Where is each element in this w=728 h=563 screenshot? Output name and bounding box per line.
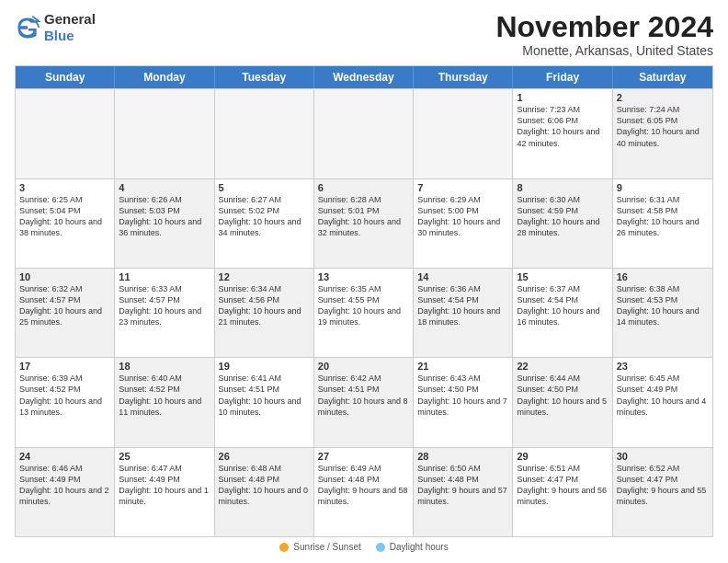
calendar-cell-28: 28Sunrise: 6:50 AM Sunset: 4:48 PM Dayli… [414, 448, 513, 536]
day-number: 16 [617, 271, 709, 282]
calendar-cell-empty-3 [314, 89, 414, 178]
day-info: Sunrise: 6:39 AM Sunset: 4:52 PM Dayligh… [19, 373, 110, 418]
day-info: Sunrise: 6:40 AM Sunset: 4:52 PM Dayligh… [119, 373, 210, 418]
calendar-header-row: SundayMondayTuesdayWednesdayThursdayFrid… [16, 66, 712, 88]
day-info: Sunrise: 6:45 AM Sunset: 4:49 PM Dayligh… [617, 373, 709, 418]
calendar-body: 1Sunrise: 7:23 AM Sunset: 6:06 PM Daylig… [16, 88, 712, 536]
daylight-legend-label: Daylight hours [390, 542, 449, 552]
day-info: Sunrise: 6:43 AM Sunset: 4:50 PM Dayligh… [417, 373, 508, 418]
day-number: 10 [19, 271, 110, 282]
calendar-cell-12: 12Sunrise: 6:34 AM Sunset: 4:56 PM Dayli… [215, 269, 314, 357]
day-info: Sunrise: 6:50 AM Sunset: 4:48 PM Dayligh… [417, 463, 508, 508]
day-number: 5 [219, 182, 310, 193]
day-info: Sunrise: 6:48 AM Sunset: 4:48 PM Dayligh… [219, 463, 310, 508]
sunrise-legend: Sunrise / Sunset [279, 542, 360, 552]
day-info: Sunrise: 6:25 AM Sunset: 5:04 PM Dayligh… [19, 194, 110, 239]
day-number: 30 [617, 451, 709, 462]
daylight-dot [376, 543, 385, 552]
day-number: 19 [219, 361, 310, 372]
calendar-cell-4: 4Sunrise: 6:26 AM Sunset: 5:03 PM Daylig… [115, 179, 214, 268]
day-number: 8 [517, 182, 608, 193]
calendar-cell-14: 14Sunrise: 6:36 AM Sunset: 4:54 PM Dayli… [414, 269, 513, 357]
day-info: Sunrise: 6:36 AM Sunset: 4:54 PM Dayligh… [417, 283, 508, 328]
day-info: Sunrise: 6:37 AM Sunset: 4:54 PM Dayligh… [517, 283, 608, 328]
day-info: Sunrise: 7:23 AM Sunset: 6:06 PM Dayligh… [517, 104, 608, 149]
day-number: 2 [617, 92, 709, 103]
calendar-row-4: 24Sunrise: 6:46 AM Sunset: 4:49 PM Dayli… [16, 447, 712, 536]
day-info: Sunrise: 7:24 AM Sunset: 6:05 PM Dayligh… [617, 104, 709, 149]
calendar-cell-27: 27Sunrise: 6:49 AM Sunset: 4:48 PM Dayli… [314, 448, 414, 536]
calendar-header-friday: Friday [513, 66, 612, 88]
page: General Blue November 2024 Monette, Arka… [0, 0, 728, 563]
logo-text: General Blue [44, 11, 96, 44]
calendar-cell-18: 18Sunrise: 6:40 AM Sunset: 4:52 PM Dayli… [115, 358, 214, 446]
day-number: 26 [219, 451, 310, 462]
calendar-row-3: 17Sunrise: 6:39 AM Sunset: 4:52 PM Dayli… [16, 357, 712, 446]
calendar-cell-empty-4 [414, 89, 513, 178]
title-block: November 2024 Monette, Arkansas, United … [495, 11, 713, 58]
calendar-cell-16: 16Sunrise: 6:38 AM Sunset: 4:53 PM Dayli… [613, 269, 712, 357]
day-number: 11 [119, 271, 210, 282]
day-number: 25 [119, 451, 210, 462]
day-info: Sunrise: 6:44 AM Sunset: 4:50 PM Dayligh… [517, 373, 608, 418]
day-info: Sunrise: 6:29 AM Sunset: 5:00 PM Dayligh… [417, 194, 508, 239]
calendar-header-tuesday: Tuesday [215, 66, 314, 88]
calendar-cell-29: 29Sunrise: 6:51 AM Sunset: 4:47 PM Dayli… [513, 448, 612, 536]
day-info: Sunrise: 6:47 AM Sunset: 4:49 PM Dayligh… [119, 463, 210, 508]
day-number: 3 [19, 182, 110, 193]
calendar-cell-22: 22Sunrise: 6:44 AM Sunset: 4:50 PM Dayli… [513, 358, 612, 446]
calendar-cell-25: 25Sunrise: 6:47 AM Sunset: 4:49 PM Dayli… [115, 448, 214, 536]
calendar-cell-30: 30Sunrise: 6:52 AM Sunset: 4:47 PM Dayli… [613, 448, 712, 536]
day-number: 23 [617, 361, 709, 372]
calendar-cell-2: 2Sunrise: 7:24 AM Sunset: 6:05 PM Daylig… [613, 89, 712, 178]
day-number: 7 [417, 182, 508, 193]
day-number: 20 [318, 361, 409, 372]
day-number: 13 [318, 271, 409, 282]
day-info: Sunrise: 6:51 AM Sunset: 4:47 PM Dayligh… [517, 463, 608, 508]
calendar-cell-1: 1Sunrise: 7:23 AM Sunset: 6:06 PM Daylig… [513, 89, 612, 178]
calendar-row-0: 1Sunrise: 7:23 AM Sunset: 6:06 PM Daylig… [16, 88, 712, 178]
calendar-cell-empty-2 [215, 89, 314, 178]
calendar-header-saturday: Saturday [613, 66, 712, 88]
day-number: 15 [517, 271, 608, 282]
day-number: 18 [119, 361, 210, 372]
calendar-row-1: 3Sunrise: 6:25 AM Sunset: 5:04 PM Daylig… [16, 178, 712, 268]
day-number: 21 [417, 361, 508, 372]
sunrise-dot [279, 543, 289, 552]
calendar-row-2: 10Sunrise: 6:32 AM Sunset: 4:57 PM Dayli… [16, 268, 712, 357]
day-info: Sunrise: 6:32 AM Sunset: 4:57 PM Dayligh… [19, 283, 110, 328]
calendar: SundayMondayTuesdayWednesdayThursdayFrid… [15, 65, 713, 537]
day-info: Sunrise: 6:41 AM Sunset: 4:51 PM Dayligh… [219, 373, 310, 418]
subtitle: Monette, Arkansas, United States [495, 43, 713, 58]
calendar-cell-13: 13Sunrise: 6:35 AM Sunset: 4:55 PM Dayli… [314, 269, 414, 357]
day-info: Sunrise: 6:33 AM Sunset: 4:57 PM Dayligh… [119, 283, 210, 328]
calendar-header-monday: Monday [115, 66, 214, 88]
header: General Blue November 2024 Monette, Arka… [15, 11, 713, 58]
day-number: 4 [119, 182, 210, 193]
calendar-header-sunday: Sunday [16, 66, 115, 88]
day-info: Sunrise: 6:38 AM Sunset: 4:53 PM Dayligh… [617, 283, 709, 328]
day-number: 1 [517, 92, 608, 103]
day-number: 29 [517, 451, 608, 462]
calendar-cell-21: 21Sunrise: 6:43 AM Sunset: 4:50 PM Dayli… [414, 358, 513, 446]
day-info: Sunrise: 6:26 AM Sunset: 5:03 PM Dayligh… [119, 194, 210, 239]
day-info: Sunrise: 6:27 AM Sunset: 5:02 PM Dayligh… [219, 194, 310, 239]
calendar-cell-empty-0 [16, 89, 115, 178]
logo: General Blue [15, 11, 96, 44]
day-info: Sunrise: 6:31 AM Sunset: 4:58 PM Dayligh… [617, 194, 709, 239]
day-number: 17 [19, 361, 110, 372]
day-info: Sunrise: 6:52 AM Sunset: 4:47 PM Dayligh… [617, 463, 709, 508]
day-info: Sunrise: 6:42 AM Sunset: 4:51 PM Dayligh… [318, 373, 409, 418]
calendar-cell-7: 7Sunrise: 6:29 AM Sunset: 5:00 PM Daylig… [414, 179, 513, 268]
calendar-cell-15: 15Sunrise: 6:37 AM Sunset: 4:54 PM Dayli… [513, 269, 612, 357]
calendar-cell-8: 8Sunrise: 6:30 AM Sunset: 4:59 PM Daylig… [513, 179, 612, 268]
day-number: 6 [318, 182, 409, 193]
calendar-cell-24: 24Sunrise: 6:46 AM Sunset: 4:49 PM Dayli… [16, 448, 115, 536]
daylight-legend: Daylight hours [376, 542, 449, 552]
day-number: 24 [19, 451, 110, 462]
calendar-cell-empty-1 [115, 89, 214, 178]
calendar-cell-23: 23Sunrise: 6:45 AM Sunset: 4:49 PM Dayli… [613, 358, 712, 446]
day-info: Sunrise: 6:28 AM Sunset: 5:01 PM Dayligh… [318, 194, 409, 239]
calendar-cell-11: 11Sunrise: 6:33 AM Sunset: 4:57 PM Dayli… [115, 269, 214, 357]
day-info: Sunrise: 6:46 AM Sunset: 4:49 PM Dayligh… [19, 463, 110, 508]
